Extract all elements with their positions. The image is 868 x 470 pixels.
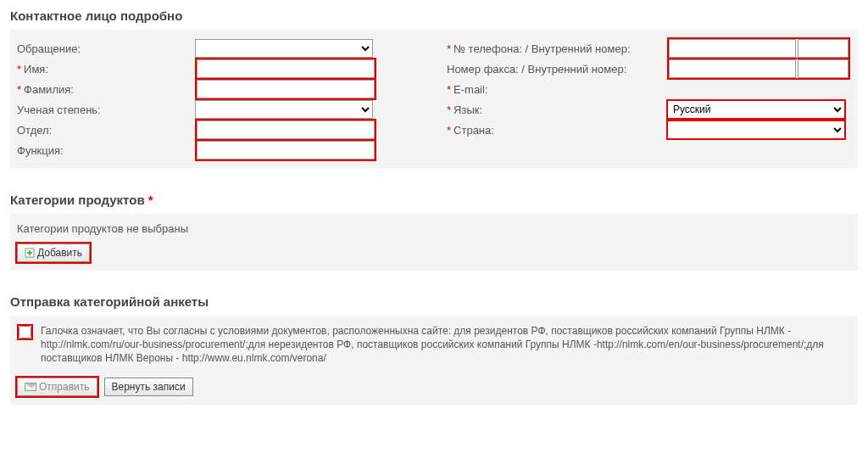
label-last-name: *Фамилия: (17, 83, 195, 96)
add-icon (25, 248, 35, 258)
department-input[interactable] (197, 120, 375, 139)
revert-button-label: Вернуть записи (112, 381, 186, 393)
label-email: *E-mail: (447, 83, 667, 96)
salutation-select[interactable] (195, 39, 373, 58)
label-country: *Страна: (447, 124, 667, 137)
categories-empty-note: Категории продуктов не выбраны (17, 222, 851, 235)
label-language: *Язык: (447, 104, 667, 116)
label-first-name: *Имя: (17, 63, 195, 76)
fax-ext-input[interactable] (798, 59, 849, 78)
country-select[interactable] (667, 120, 845, 139)
add-button-label: Добавить (37, 247, 82, 259)
add-button[interactable]: Добавить (17, 243, 90, 262)
label-fax: Номер факса: / Внутренний номер: (447, 63, 667, 76)
first-name-input[interactable] (197, 59, 375, 78)
degree-select[interactable] (195, 100, 373, 119)
categories-panel: Категории продуктов не выбраны Добавить (10, 214, 858, 271)
function-input[interactable] (197, 141, 375, 159)
send-panel: Галочка означает, что Вы согласны с усло… (10, 316, 858, 405)
label-degree: Ученая степень: (17, 104, 195, 116)
mail-icon (25, 383, 36, 391)
terms-text: Галочка означает, что Вы согласны с усло… (41, 324, 851, 366)
section-title-contact: Контактное лицо подробно (10, 8, 858, 23)
contact-panel: Обращение: *Имя: *Фамилия: Ученая степен… (10, 30, 858, 169)
language-select[interactable]: Русский (667, 100, 845, 119)
phone-ext-input[interactable] (798, 39, 849, 58)
send-button[interactable]: Отправить (17, 378, 97, 396)
fax-input[interactable] (669, 59, 796, 78)
section-title-send: Отправка категорийной анкеты (10, 294, 858, 309)
last-name-input[interactable] (197, 80, 375, 98)
terms-checkbox[interactable] (19, 326, 31, 339)
label-phone: *№ телефона: / Внутренний номер: (447, 42, 667, 55)
contact-left-col: Обращение: *Имя: *Фамилия: Ученая степен… (17, 38, 421, 160)
label-salutation: Обращение: (17, 42, 195, 55)
contact-right-col: *№ телефона: / Внутренний номер: Номер ф… (447, 38, 851, 160)
section-title-categories: Категории продуктов * (10, 193, 858, 207)
phone-input[interactable] (669, 39, 796, 58)
label-department: Отдел: (17, 124, 195, 137)
label-function: Функция: (17, 144, 195, 157)
revert-button[interactable]: Вернуть записи (104, 378, 193, 396)
send-button-label: Отправить (39, 381, 90, 393)
